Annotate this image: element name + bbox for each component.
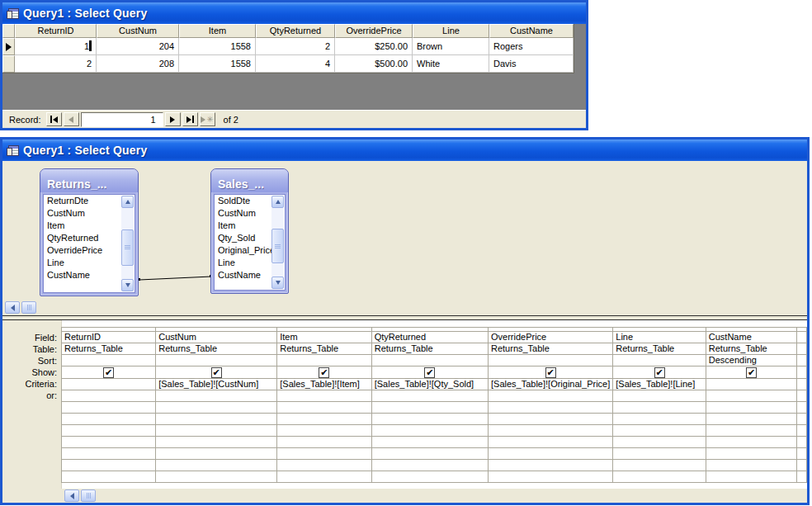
empty-grid-cell[interactable]	[277, 459, 371, 471]
field-list-sales-table[interactable]: Sales_...SoldDteCustNumItemQty_SoldOrigi…	[210, 168, 289, 294]
empty-grid-cell[interactable]	[613, 447, 706, 459]
empty-grid-cell[interactable]	[62, 401, 156, 413]
sort-cell[interactable]	[277, 355, 371, 366]
empty-grid-cell[interactable]	[706, 413, 796, 424]
sort-cell[interactable]	[613, 355, 706, 366]
column-header-returnid[interactable]: ReturnID	[15, 24, 97, 38]
empty-grid-cell[interactable]	[62, 436, 156, 447]
show-checkbox-item[interactable]: ✔	[319, 367, 329, 378]
scrollbar-thumb[interactable]	[21, 301, 36, 314]
or-cell[interactable]	[488, 390, 612, 401]
empty-grid-cell[interactable]	[797, 436, 807, 447]
show-cell[interactable]: ✔	[371, 366, 488, 379]
empty-grid-cell[interactable]	[156, 459, 277, 471]
cell-item[interactable]: 1558	[179, 55, 256, 73]
cell-overrideprice[interactable]: $250.00	[335, 38, 413, 55]
show-cell[interactable]: ✔	[613, 366, 706, 379]
show-checkbox-custname[interactable]: ✔	[746, 367, 757, 378]
criteria-cell[interactable]	[62, 378, 156, 390]
empty-grid-cell[interactable]	[62, 471, 156, 482]
grid-edge-cell[interactable]	[797, 332, 807, 343]
column-header-overrideprice[interactable]: OverridePrice	[335, 24, 413, 38]
scroll-left-button[interactable]	[64, 489, 79, 502]
field-list-header[interactable]: Sales_...	[211, 169, 288, 192]
grid-edge-cell[interactable]	[797, 378, 807, 390]
empty-grid-cell[interactable]	[156, 436, 277, 447]
table-cell[interactable]: Returns_Table	[613, 343, 706, 355]
row-selector[interactable]	[2, 38, 15, 55]
or-cell[interactable]	[156, 390, 277, 401]
empty-grid-cell[interactable]	[797, 401, 807, 413]
empty-grid-cell[interactable]	[277, 447, 371, 459]
field-list-returns-table[interactable]: Returns_...ReturnDteCustNumItemQtyReturn…	[40, 168, 139, 296]
field-list-scrollbar[interactable]	[271, 196, 284, 289]
grid-edge-cell[interactable]	[797, 390, 807, 401]
select-all-corner[interactable]	[2, 24, 15, 38]
empty-grid-cell[interactable]	[488, 459, 612, 471]
empty-grid-cell[interactable]	[156, 413, 277, 424]
scroll-up-button[interactable]	[121, 196, 134, 208]
sort-cell[interactable]	[488, 355, 612, 366]
last-record-button[interactable]	[182, 112, 198, 126]
scroll-down-button[interactable]	[271, 277, 284, 289]
or-cell[interactable]	[706, 390, 796, 401]
empty-grid-cell[interactable]	[371, 447, 488, 459]
cell-line[interactable]: White	[413, 55, 489, 73]
show-cell[interactable]: ✔	[706, 366, 796, 379]
next-record-button[interactable]	[165, 112, 181, 126]
show-cell[interactable]: ✔	[488, 366, 612, 379]
cell-custname[interactable]: Rogers	[489, 38, 574, 55]
sort-cell[interactable]	[371, 355, 488, 366]
cell-qtyreturned[interactable]: 4	[256, 55, 335, 73]
design-window-titlebar[interactable]: Query1 : Select Query	[2, 140, 807, 161]
table-cell[interactable]: Returns_Table	[488, 343, 612, 355]
empty-grid-cell[interactable]	[277, 413, 371, 424]
empty-grid-cell[interactable]	[706, 401, 796, 413]
empty-grid-cell[interactable]	[488, 447, 612, 459]
cell-overrideprice[interactable]: $500.00	[335, 55, 413, 73]
empty-grid-cell[interactable]	[706, 471, 796, 482]
field-cell[interactable]: Item	[277, 332, 371, 343]
empty-grid-cell[interactable]	[797, 413, 807, 424]
empty-grid-cell[interactable]	[488, 424, 612, 436]
empty-grid-cell[interactable]	[797, 459, 807, 471]
show-checkbox-returnid[interactable]: ✔	[103, 367, 114, 378]
cell-custnum[interactable]: 204	[97, 38, 179, 55]
column-header-item[interactable]: Item	[179, 24, 256, 38]
cell-custnum[interactable]: 208	[97, 55, 179, 73]
empty-grid-cell[interactable]	[797, 424, 807, 436]
empty-grid-cell[interactable]	[706, 459, 796, 471]
scroll-left-button[interactable]	[5, 301, 20, 314]
empty-grid-cell[interactable]	[613, 413, 706, 424]
empty-grid-cell[interactable]	[488, 413, 612, 424]
table-cell[interactable]: Returns_Table	[277, 343, 371, 355]
empty-grid-cell[interactable]	[613, 471, 706, 482]
empty-grid-cell[interactable]	[371, 413, 488, 424]
field-cell[interactable]: Line	[613, 332, 706, 343]
field-cell[interactable]: ReturnID	[62, 332, 156, 343]
scroll-down-button[interactable]	[121, 279, 134, 291]
empty-grid-cell[interactable]	[706, 436, 796, 447]
empty-grid-cell[interactable]	[156, 471, 277, 482]
empty-grid-cell[interactable]	[156, 424, 277, 436]
empty-grid-cell[interactable]	[371, 401, 488, 413]
empty-grid-cell[interactable]	[706, 447, 796, 459]
new-record-button[interactable]: ✳	[200, 112, 215, 126]
table-cell[interactable]: Returns_Table	[706, 343, 796, 355]
grid-edge-cell[interactable]	[797, 355, 807, 366]
cell-returnid[interactable]: 1	[15, 38, 97, 55]
or-cell[interactable]	[371, 390, 488, 401]
criteria-cell[interactable]: [Sales_Table]![Original_Price]	[488, 378, 612, 390]
or-cell[interactable]	[62, 390, 156, 401]
previous-record-button[interactable]	[64, 112, 79, 126]
empty-grid-cell[interactable]	[277, 424, 371, 436]
field-list-header[interactable]: Returns_...	[40, 169, 138, 192]
or-cell[interactable]	[613, 390, 706, 401]
show-checkbox-line[interactable]: ✔	[654, 367, 665, 378]
empty-grid-cell[interactable]	[371, 424, 488, 436]
table-cell[interactable]: Returns_Table	[62, 343, 156, 355]
cell-item[interactable]: 1558	[179, 38, 256, 55]
empty-grid-cell[interactable]	[371, 436, 488, 447]
criteria-cell[interactable]: [Sales_Table]![Item]	[277, 378, 371, 390]
column-header-custnum[interactable]: CustNum	[97, 24, 179, 38]
